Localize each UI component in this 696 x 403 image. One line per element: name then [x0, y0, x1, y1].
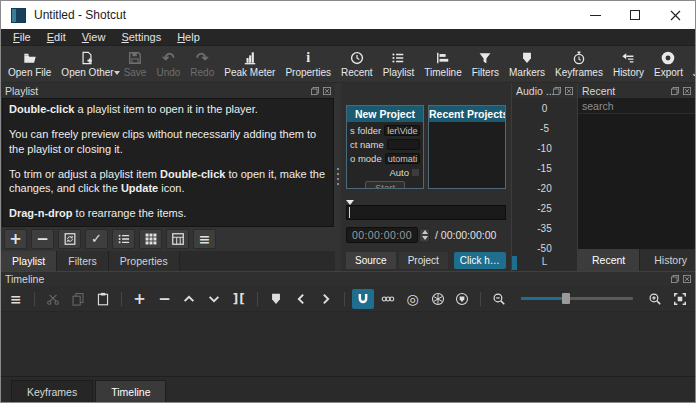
menu-settings[interactable]: Settings — [113, 30, 169, 44]
markers-button[interactable]: Markers — [504, 47, 550, 81]
playlist-menu-button[interactable]: ≡ — [193, 229, 216, 249]
zoom-fit-button[interactable] — [669, 289, 691, 309]
keyframes-button[interactable]: Keyframes — [550, 47, 608, 81]
playlist-panel: Playlist Double-click a playlist item to… — [1, 83, 335, 271]
projects-folder-input[interactable]: ler\Vide — [384, 125, 420, 136]
view-icons-button[interactable] — [166, 229, 189, 249]
recent-float-button[interactable] — [671, 87, 679, 95]
menu-help[interactable]: Help — [169, 30, 208, 44]
step-up-icon — [422, 230, 428, 234]
timecode-stepper[interactable] — [419, 228, 430, 243]
recent-list[interactable] — [578, 114, 695, 249]
seek-bar[interactable] — [346, 205, 506, 220]
start-button: Start — [365, 181, 405, 188]
open-file-button[interactable]: Open File — [3, 47, 56, 81]
undo-button: ↶Undo — [151, 47, 185, 81]
timeline-panel-title: Timeline — [5, 273, 44, 285]
timeline-toolbar-separator — [344, 292, 345, 306]
paste-button[interactable] — [92, 289, 114, 309]
splitter-playlist-player[interactable] — [335, 83, 341, 271]
next-marker-button[interactable] — [315, 289, 337, 309]
timeline-button[interactable]: Timeline — [419, 47, 466, 81]
lift-button[interactable] — [178, 289, 200, 309]
peak-meter-button[interactable]: Peak Meter — [219, 47, 280, 81]
bottom-tab-timeline[interactable]: Timeline — [95, 380, 166, 402]
shotcut-window: Untitled - Shotcut FileEditViewSettingsH… — [0, 0, 696, 403]
recent-projects-list[interactable] — [429, 122, 505, 188]
menu-file[interactable]: File — [5, 30, 39, 44]
window-controls — [575, 1, 695, 29]
bottom-tab-keyframes[interactable]: Keyframes — [11, 380, 93, 402]
overwrite-button[interactable] — [203, 289, 225, 309]
append-button[interactable]: + — [129, 289, 151, 309]
timeline-close-button[interactable] — [683, 275, 691, 283]
ripple-all-button[interactable] — [427, 289, 449, 309]
float-icon — [553, 87, 561, 95]
menu-view[interactable]: View — [74, 30, 114, 44]
timeline-tracks-area[interactable] — [1, 311, 695, 376]
remove-button[interactable]: − — [31, 229, 54, 249]
jobs-button[interactable]: Jobs — [688, 47, 695, 81]
history-button[interactable]: History — [608, 47, 649, 81]
timeline-zoom-slider[interactable] — [521, 297, 633, 300]
timecode-input[interactable]: 00:00:00:00 — [346, 227, 418, 243]
player-tab-project[interactable]: Project — [399, 252, 448, 269]
minimize-button[interactable] — [575, 1, 615, 29]
recent-close-button[interactable] — [683, 87, 691, 95]
playlist-button[interactable]: Playlist — [378, 47, 420, 81]
ripple-button[interactable]: ◎ — [402, 289, 424, 309]
ripple-delete-button[interactable]: − — [154, 289, 176, 309]
projects-folder-row: s folderler\Vide — [350, 125, 420, 136]
playlist-panel-title: Playlist — [5, 85, 38, 97]
minus-icon: − — [158, 292, 171, 306]
audio-tick--50: -50 — [537, 243, 551, 254]
save-button: Save — [119, 47, 152, 81]
filters-button[interactable]: Filters — [467, 47, 504, 81]
prev-marker-button[interactable] — [290, 289, 312, 309]
zoom-slider-handle[interactable] — [562, 293, 570, 304]
bottom-dock-tabs: KeyframesTimeline — [1, 376, 695, 402]
marker-button[interactable] — [265, 289, 287, 309]
playlist-tab-bar: PlaylistFiltersProperties — [1, 251, 335, 271]
close-button[interactable] — [655, 1, 695, 29]
split-button[interactable]: ][ — [228, 289, 250, 309]
undo-label: Undo — [156, 67, 180, 78]
accept-button[interactable]: ✓ — [85, 229, 108, 249]
playlist-close-button[interactable] — [323, 87, 331, 95]
version-check-button[interactable]: Click here to c... — [454, 252, 506, 269]
snap-button[interactable] — [352, 289, 374, 309]
properties-button[interactable]: iProperties — [280, 47, 336, 81]
dock-tab-properties[interactable]: Properties — [109, 251, 180, 271]
maximize-button[interactable] — [615, 1, 655, 29]
open-other-button[interactable]: Open Other — [56, 47, 118, 81]
zoom-in-button[interactable] — [644, 289, 666, 309]
main-toolbar: Open FileOpen OtherSave↶Undo↷RedoPeak Me… — [1, 46, 695, 83]
menu-edit[interactable]: Edit — [39, 30, 74, 44]
audio-float-button[interactable] — [553, 87, 561, 95]
recent-button[interactable]: Recent — [336, 47, 378, 81]
view-details-button[interactable] — [112, 229, 135, 249]
recent-tab-recent[interactable]: Recent — [578, 249, 640, 271]
project-name-input[interactable] — [387, 139, 420, 150]
close-icon — [683, 275, 691, 283]
recent-search-input[interactable] — [578, 98, 695, 114]
scrub-drag-button[interactable] — [377, 289, 399, 309]
update-button[interactable] — [58, 229, 81, 249]
zoom-out-button[interactable] — [488, 289, 510, 309]
timeline-menu-button[interactable]: ≡ — [5, 289, 27, 309]
dock-tab-filters[interactable]: Filters — [57, 251, 109, 271]
append-button[interactable]: + — [4, 229, 27, 249]
minus-icon: − — [36, 232, 49, 246]
auto-spinner[interactable] — [411, 168, 420, 177]
playlist-float-button[interactable] — [311, 87, 319, 95]
export-button[interactable]: Export — [649, 47, 688, 81]
recent-tab-history[interactable]: History — [640, 249, 696, 271]
playlist-help-paragraph: Double-click a playlist item to open it … — [9, 102, 327, 116]
dock-tab-playlist[interactable]: Playlist — [1, 251, 57, 271]
audio-close-button[interactable] — [565, 87, 573, 95]
ripple-markers-button[interactable] — [452, 289, 474, 309]
timeline-float-button[interactable] — [671, 275, 679, 283]
view-tiles-button[interactable] — [139, 229, 162, 249]
player-tab-source[interactable]: Source — [346, 252, 396, 269]
video-mode-input[interactable]: utomati — [385, 153, 420, 164]
